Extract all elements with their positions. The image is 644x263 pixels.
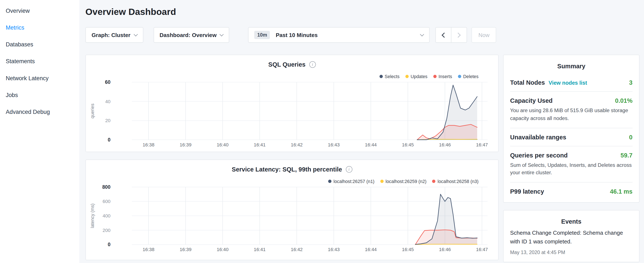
graph-scope-dropdown[interactable]: Graph: Cluster: [86, 27, 143, 43]
admin-console: Overview Metrics Databases Statements Ne…: [0, 0, 644, 263]
dashboard-label: Dashboard: Overview: [160, 32, 217, 38]
charts-column: SQL Queries i SelectsUpdatesInsertsDelet…: [86, 55, 498, 260]
view-nodes-list-link[interactable]: View nodes list: [548, 80, 587, 86]
sidebar-item-advanced-debug[interactable]: Advanced Debug: [0, 104, 79, 120]
time-step-group: [436, 27, 467, 43]
legend-dot-icon: [432, 180, 436, 183]
graph-scope-label: Graph: Cluster: [92, 32, 130, 38]
dashboard-body: SQL Queries i SelectsUpdatesInsertsDelet…: [86, 55, 640, 262]
x-tick-label: 16:46: [439, 247, 451, 252]
legend-item[interactable]: Inserts: [433, 74, 452, 79]
sidebar-item-metrics[interactable]: Metrics: [0, 19, 79, 36]
capacity-used-description: You are using 28.6 MiB of 515.9 GiB usab…: [510, 107, 632, 122]
sidebar-item-jobs[interactable]: Jobs: [0, 87, 79, 104]
y-tick-label: 400: [103, 213, 110, 219]
x-tick-label: 16:45: [402, 247, 414, 252]
legend-dot-icon: [380, 180, 383, 183]
chart-plot-area[interactable]: [132, 187, 488, 244]
y-tick-label: 600: [103, 198, 110, 204]
y-tick-label: 200: [103, 227, 110, 233]
chevron-right-icon: [456, 32, 461, 38]
summary-row-unavailable-ranges: Unavailable ranges 0: [510, 128, 632, 146]
summary-row-total-nodes: Total Nodes View nodes list 3: [510, 74, 632, 92]
x-axis-ticks: 16:3816:3916:4016:4116:4216:4316:4416:45…: [132, 142, 488, 149]
total-nodes-label: Total Nodes: [510, 79, 545, 86]
total-nodes-value: 3: [629, 79, 632, 86]
x-tick-label: 16:45: [402, 142, 414, 147]
app-root: Overview Metrics Databases Statements Ne…: [0, 0, 644, 263]
sidebar-item-network-latency[interactable]: Network Latency: [0, 70, 79, 87]
page-title: Overview Dashboard: [86, 7, 640, 17]
x-tick-label: 16:39: [180, 247, 192, 252]
legend-label: Inserts: [438, 74, 452, 79]
y-tick-label: 0: [108, 242, 110, 247]
time-range-selector[interactable]: 10m Past 10 Minutes: [248, 27, 430, 43]
legend-item[interactable]: localhost:26259 (n2): [380, 179, 426, 184]
x-tick-label: 16:47: [476, 247, 488, 252]
x-tick-label: 16:44: [365, 142, 377, 147]
info-icon[interactable]: i: [346, 166, 352, 172]
x-tick-label: 16:46: [439, 142, 451, 147]
y-tick-label: 20: [105, 118, 110, 123]
x-tick-label: 16:40: [217, 247, 228, 252]
event-list-item[interactable]: Schema Change Completed: Schema change w…: [510, 229, 632, 255]
time-prev-button[interactable]: [436, 27, 451, 43]
legend-dot-icon: [433, 75, 436, 78]
chart-plot-area[interactable]: [132, 82, 488, 140]
legend-label: Updates: [410, 74, 427, 79]
dashboard-dropdown[interactable]: Dashboard: Overview: [154, 27, 230, 43]
y-tick-label: 40: [105, 99, 110, 104]
chart-legend: localhost:26257 (n1)localhost:26259 (n2)…: [328, 179, 478, 184]
time-range-label: Past 10 Minutes: [276, 32, 318, 38]
info-icon[interactable]: i: [309, 61, 316, 68]
now-button[interactable]: Now: [472, 27, 496, 43]
x-tick-label: 16:41: [254, 247, 266, 252]
legend-item[interactable]: localhost:26258 (n3): [432, 179, 478, 184]
chart-title-row: SQL Queries i: [86, 61, 498, 68]
chart-sql-queries: SQL Queries i SelectsUpdatesInsertsDelet…: [86, 55, 498, 152]
main-content: Overview Dashboard Graph: Cluster Dashbo…: [79, 0, 644, 263]
y-axis-ticks: 0200400600800: [86, 187, 110, 244]
legend-dot-icon: [405, 75, 408, 78]
x-axis-ticks: 16:3816:3916:4016:4116:4216:4316:4416:45…: [132, 247, 488, 254]
x-tick-label: 16:41: [254, 142, 266, 147]
summary-panel: Summary Total Nodes View nodes list 3 Ca…: [503, 55, 639, 203]
qps-label: Queries per second: [510, 151, 568, 158]
chevron-down-icon: [134, 32, 138, 36]
legend-item[interactable]: Selects: [379, 74, 400, 79]
toolbar: Graph: Cluster Dashboard: Overview 10m P…: [86, 27, 640, 43]
event-timestamp: May 13, 2020 at 4:45 PM: [510, 249, 632, 255]
x-tick-label: 16:42: [291, 142, 303, 147]
qps-value: 59.7: [620, 151, 632, 158]
chevron-left-icon: [442, 32, 447, 38]
unavailable-ranges-value: 0: [629, 133, 632, 140]
legend-label: Deletes: [463, 74, 478, 79]
x-tick-label: 16:40: [217, 142, 228, 147]
x-tick-label: 16:38: [143, 247, 154, 252]
summary-row-p99-latency: P99 latency 46.1 ms: [510, 183, 632, 202]
y-axis-ticks: 0204060: [86, 82, 110, 140]
summary-title: Summary: [510, 55, 632, 74]
right-column: Summary Total Nodes View nodes list 3 Ca…: [503, 55, 639, 262]
chart-service-latency: Service Latency: SQL, 99th percentile i …: [86, 160, 498, 260]
legend-item[interactable]: Updates: [405, 74, 427, 79]
legend-item[interactable]: localhost:26257 (n1): [328, 179, 374, 184]
chart-legend: SelectsUpdatesInsertsDeletes: [379, 74, 478, 79]
chart-title-row: Service Latency: SQL, 99th percentile i: [86, 166, 498, 173]
capacity-used-label: Capacity Used: [510, 97, 552, 104]
legend-label: localhost:26259 (n2): [386, 179, 426, 184]
summary-row-qps: Queries per second 59.7 Sum of Selects, …: [510, 146, 632, 183]
legend-dot-icon: [379, 75, 382, 78]
sidebar-item-databases[interactable]: Databases: [0, 36, 79, 53]
sidebar-item-statements[interactable]: Statements: [0, 53, 79, 70]
y-tick-label: 60: [105, 79, 110, 85]
x-tick-label: 16:44: [365, 247, 377, 252]
x-tick-label: 16:39: [180, 142, 192, 147]
x-tick-label: 16:47: [476, 142, 488, 147]
sidebar: Overview Metrics Databases Statements Ne…: [0, 0, 79, 263]
time-next-button[interactable]: [451, 27, 467, 43]
p99-latency-label: P99 latency: [510, 188, 544, 195]
legend-item[interactable]: Deletes: [458, 74, 478, 79]
sidebar-item-overview[interactable]: Overview: [0, 3, 79, 19]
legend-dot-icon: [458, 75, 461, 78]
